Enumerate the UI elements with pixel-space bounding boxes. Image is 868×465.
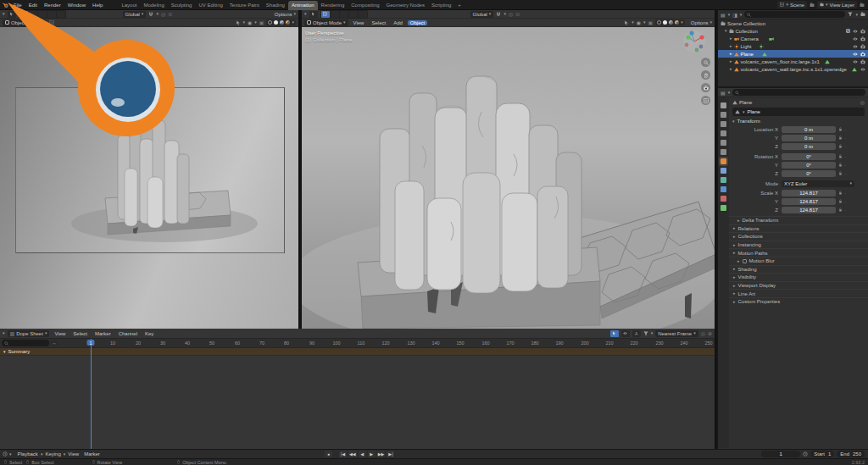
tool-icon[interactable] [349, 11, 358, 18]
orientation-gizmo[interactable] [682, 30, 706, 53]
editor-type-icon[interactable]: ▾ [3, 331, 5, 335]
tab-sculpting[interactable]: Sculpting [168, 1, 196, 10]
tool-icon[interactable] [359, 11, 367, 18]
current-frame-badge[interactable]: 1 [86, 340, 94, 346]
expand-icon[interactable]: ▸ [730, 67, 732, 71]
proportional-editing-icon[interactable]: ◎ [161, 11, 165, 17]
tool-icon[interactable] [38, 11, 47, 18]
panel-motion-paths[interactable]: ▸ Motion Paths [729, 248, 868, 257]
lock-icon[interactable] [838, 208, 843, 212]
scale-z-field[interactable]: 124.817 [782, 207, 836, 213]
scale-x-field[interactable]: 124.817 [782, 190, 836, 197]
menu-help[interactable]: Help [89, 3, 106, 8]
tab-geometry-nodes[interactable]: Geometry Nodes [383, 1, 428, 10]
tool-icon[interactable] [340, 11, 348, 18]
display-mode-icon[interactable]: ▤ [721, 12, 726, 18]
options-dropdown[interactable]: Options ▾ [691, 20, 712, 25]
menu-add[interactable]: Add [391, 20, 405, 25]
tab-particles-icon[interactable] [721, 177, 726, 183]
panel-instancing[interactable]: ▸ Instancing [729, 241, 868, 249]
tab-object-icon[interactable] [721, 158, 726, 164]
location-y-field[interactable]: 0 m [782, 135, 836, 141]
prev-keyframe-icon[interactable]: ◀◀ [348, 451, 357, 457]
location-z-field[interactable]: 0 m [782, 143, 836, 150]
motion-blur-checkbox[interactable] [743, 259, 747, 263]
animate-dot-icon[interactable]: · [844, 199, 846, 204]
panel-shading[interactable]: ▸ Shading [729, 265, 868, 274]
new-scene-icon[interactable] [810, 3, 815, 8]
editor-type-icon[interactable]: ▤ [721, 90, 726, 96]
tab-view-layer-icon[interactable] [721, 130, 726, 136]
snap-mode-dropdown[interactable]: Nearest Frame ▾ [655, 330, 698, 337]
wireframe-shading-icon[interactable] [657, 20, 661, 25]
menu-channel[interactable]: Channel [116, 331, 140, 336]
tool-icon[interactable] [331, 11, 339, 18]
overlays-toggle-icon[interactable]: ◉ [637, 19, 641, 25]
rotation-y-field[interactable]: 0° [782, 162, 836, 169]
timeline-editor-icon[interactable] [3, 451, 8, 457]
tab-texture-paint[interactable]: Texture Paint [226, 1, 263, 10]
copy-icon[interactable]: ⊕ [708, 330, 712, 336]
lock-icon[interactable] [838, 154, 843, 158]
lock-icon[interactable] [838, 127, 843, 131]
menu-key[interactable]: Key [142, 331, 156, 336]
select-box-tool-icon[interactable] [321, 11, 330, 18]
proportional-editing-icon[interactable]: ◎ [509, 11, 513, 17]
view-layer-selector[interactable]: ▾ View Layer [817, 1, 857, 8]
collection-checkbox[interactable]: ✓ [846, 29, 850, 33]
dope-sheet-mode-dropdown[interactable]: ▥ Dope Sheet ▾ [8, 330, 50, 337]
animate-dot-icon[interactable]: · [844, 154, 846, 159]
animate-dot-icon[interactable]: · [844, 136, 846, 141]
editor-type-icon[interactable]: ▾ [304, 12, 307, 16]
tab-object-data-icon[interactable] [721, 205, 726, 211]
animate-dot-icon[interactable]: · [844, 144, 846, 149]
menu-view[interactable]: View [351, 20, 367, 25]
play-reverse-icon[interactable]: ◀ [359, 451, 366, 457]
lock-icon[interactable] [838, 136, 843, 140]
cursor-tool-icon[interactable] [309, 11, 318, 18]
panel-custom-properties[interactable]: ▸ Custom Properties [729, 297, 868, 306]
new-collection-icon[interactable] [860, 12, 865, 17]
panel-delta-transform[interactable]: ▸ Delta Transform [729, 216, 868, 224]
rotation-x-field[interactable]: 0° [782, 153, 836, 160]
frame-start-field[interactable]: Start 1 [810, 451, 834, 457]
menu-view[interactable]: View [52, 331, 68, 336]
outliner-row-camera[interactable]: ▸ Camera [718, 35, 868, 42]
zoom-icon[interactable] [701, 58, 710, 67]
panel-collections[interactable]: ▸ Collections [729, 232, 868, 241]
add-workspace-button[interactable]: + [454, 1, 465, 10]
pin-icon[interactable]: ◎ [860, 99, 865, 105]
playhead-line[interactable] [91, 339, 92, 449]
filter-objects-icon[interactable]: ◨ [732, 12, 737, 18]
editor-type-icon[interactable]: ▾ [3, 12, 5, 16]
menu-select[interactable]: Select [70, 331, 90, 336]
menu-marker[interactable]: Marker [92, 331, 114, 336]
outliner-search-input[interactable] [744, 11, 845, 18]
play-icon[interactable]: ▶ [368, 451, 376, 457]
outliner-row-scene-collection[interactable]: Scene Collection [718, 19, 868, 27]
render-visibility-icon[interactable] [860, 29, 865, 34]
eye-icon[interactable] [853, 36, 858, 42]
gizmo-toggle-icon[interactable] [624, 20, 629, 25]
jump-to-start-icon[interactable]: |◀ [339, 451, 347, 457]
tab-shading[interactable]: Shading [263, 1, 288, 10]
outliner-row-plane[interactable]: ▸ Plane [718, 50, 868, 58]
animate-dot-icon[interactable]: · [844, 171, 846, 176]
show-errors-toggle-icon[interactable]: A [632, 330, 641, 337]
mode-transfer-icon[interactable] [49, 20, 54, 25]
animate-dot-icon[interactable]: · [844, 208, 846, 213]
eye-icon[interactable] [853, 59, 858, 64]
show-hidden-toggle-icon[interactable] [621, 330, 630, 337]
transform-orientation-dropdown[interactable]: Global ▾ [470, 11, 494, 18]
tab-animation[interactable]: Animation [288, 1, 318, 10]
blender-logo-icon[interactable] [2, 2, 8, 8]
channel-search-input[interactable] [2, 340, 49, 346]
transform-panel-header[interactable]: ▾ Transform [729, 117, 868, 125]
expand-icon[interactable]: ▸ [730, 52, 732, 56]
lock-icon[interactable] [838, 199, 843, 203]
snap-magnet-icon[interactable] [148, 12, 153, 17]
render-visibility-icon[interactable] [860, 59, 865, 64]
overlays-toggle-icon[interactable]: ◉ [248, 19, 252, 25]
filter-icon[interactable] [848, 12, 853, 17]
tab-output-icon[interactable] [721, 121, 726, 127]
